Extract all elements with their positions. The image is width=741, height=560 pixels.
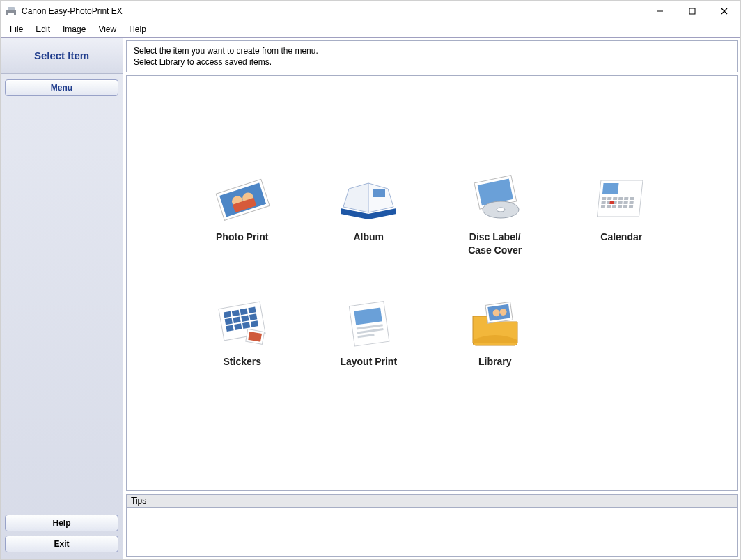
exit-button-label: Exit [54,539,69,549]
svg-rect-31 [618,201,623,204]
album-icon [335,173,402,224]
svg-rect-21 [602,183,619,194]
calendar-icon [588,173,655,224]
svg-point-19 [497,208,505,212]
exit-button[interactable]: Exit [5,536,118,552]
svg-rect-1 [8,7,15,10]
item-calendar[interactable]: Calendar [566,173,677,256]
item-layout-print-label: Layout Print [340,355,397,368]
item-layout-print[interactable]: Layout Print [313,298,424,368]
photo-print-icon [209,173,276,224]
item-disc-label-label: Disc Label/ Case Cover [468,231,522,256]
svg-rect-36 [612,205,616,208]
svg-rect-33 [630,201,634,204]
svg-rect-35 [607,205,611,208]
svg-rect-24 [613,197,617,200]
svg-rect-23 [607,197,611,200]
app-icon [5,5,17,17]
window-title: Canon Easy-PhotoPrint EX [22,6,123,16]
menu-help[interactable]: Help [123,23,153,36]
sidebar-header: Select Item [1,38,123,74]
window-minimize-button[interactable] [644,1,676,22]
svg-rect-34 [601,205,605,208]
window-titlebar: Canon Easy-PhotoPrint EX [1,1,740,22]
svg-rect-37 [618,205,622,208]
menubar: File Edit Image View Help [1,22,740,37]
svg-rect-53 [251,320,258,327]
svg-rect-26 [624,197,628,200]
item-calendar-label: Calendar [600,231,642,243]
svg-rect-2 [8,13,14,15]
svg-rect-51 [234,323,242,330]
svg-rect-40 [610,201,614,204]
menu-image[interactable]: Image [56,23,92,36]
svg-rect-42 [224,311,231,318]
item-album-label: Album [353,231,384,243]
library-icon [462,298,529,348]
stickers-icon [209,298,276,348]
item-disc-label[interactable]: Disc Label/ Case Cover [439,173,551,256]
svg-rect-4 [689,8,695,14]
item-library-label: Library [478,355,511,368]
svg-rect-28 [602,201,606,204]
window-maximize-button[interactable] [676,1,708,22]
item-library[interactable]: Library [439,298,551,368]
svg-rect-39 [629,205,633,208]
svg-rect-22 [602,197,606,200]
svg-rect-46 [224,318,232,325]
sidebar: Select Item Menu Help Exit [1,38,123,559]
sidebar-tab-menu-label: Menu [51,83,72,93]
layout-print-icon [335,298,402,348]
item-stickers[interactable]: Stickers [187,298,298,368]
item-stickers-label: Stickers [224,355,261,368]
help-button[interactable]: Help [5,515,118,531]
svg-rect-25 [618,197,623,200]
svg-rect-27 [630,197,634,200]
menu-view[interactable]: View [92,23,123,36]
menu-file[interactable]: File [3,23,29,36]
svg-rect-50 [226,325,233,332]
window-close-button[interactable] [708,1,740,22]
sidebar-tab-menu[interactable]: Menu [5,79,118,96]
svg-rect-47 [233,316,240,323]
svg-rect-32 [624,201,628,204]
svg-rect-38 [623,205,627,208]
instruction-box: Select the item you want to create from … [126,40,738,72]
disc-label-icon [462,173,529,224]
help-button-label: Help [52,518,70,528]
svg-rect-44 [240,308,247,315]
tips-content [126,508,738,557]
svg-rect-45 [248,306,256,313]
item-canvas: Photo Print Album [126,75,738,491]
instruction-line-1: Select the item you want to create from … [134,45,730,56]
svg-rect-52 [242,322,250,329]
svg-rect-56 [350,301,390,345]
svg-marker-14 [368,183,393,212]
menu-edit[interactable]: Edit [29,23,56,36]
svg-rect-15 [373,189,385,197]
sidebar-header-label: Select Item [34,49,89,61]
instruction-line-2: Select Library to access saved items. [134,56,730,68]
item-photo-print-label: Photo Print [216,231,268,243]
item-photo-print[interactable]: Photo Print [187,173,298,256]
tips-header: Tips [126,494,738,508]
item-album[interactable]: Album [313,173,424,256]
svg-rect-49 [249,313,257,320]
svg-rect-48 [241,315,249,322]
svg-marker-13 [343,183,368,212]
svg-rect-43 [231,309,239,316]
main-panel: Select the item you want to create from … [123,38,740,559]
